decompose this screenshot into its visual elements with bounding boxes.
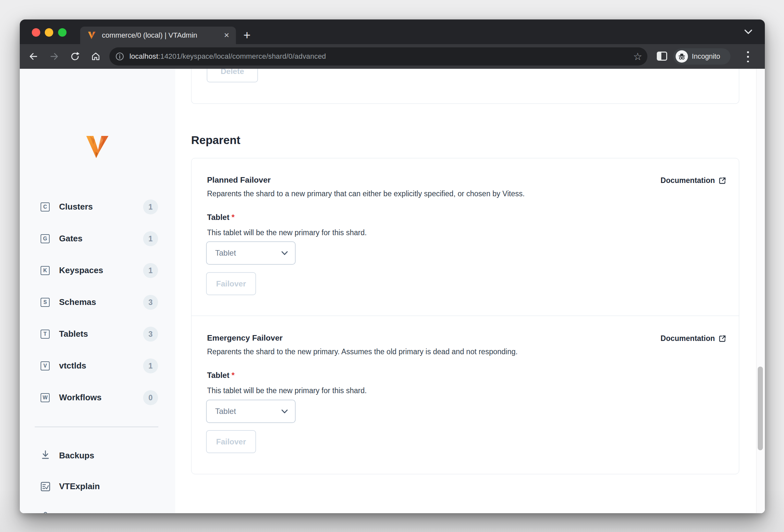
- chevron-down-icon: [281, 409, 288, 414]
- browser-tab[interactable]: commerce/0 (local) | VTAdmin ✕: [80, 27, 236, 44]
- tab-strip: commerce/0 (local) | VTAdmin ✕ +: [20, 20, 765, 44]
- documentation-link[interactable]: Documentation: [661, 334, 727, 343]
- documentation-label: Documentation: [661, 334, 715, 343]
- topology-icon: [40, 511, 51, 513]
- count-badge: 1: [143, 358, 158, 373]
- close-window-button[interactable]: [32, 28, 40, 37]
- sidebar-item-label: Clusters: [59, 202, 93, 212]
- section-title: Emergency Failover: [207, 333, 283, 343]
- tablet-field-label: Tablet *: [207, 371, 234, 380]
- sidebar-item-topology[interactable]: Topology: [20, 506, 175, 513]
- browser-menu-button[interactable]: [747, 51, 749, 62]
- sidebar-divider: [35, 426, 158, 427]
- sidebar-item-label: Schemas: [59, 297, 96, 307]
- reload-button[interactable]: [70, 51, 80, 62]
- sidebar-item-schemas[interactable]: S Schemas 3: [20, 291, 175, 314]
- sidebar-item-backups[interactable]: Backups: [20, 444, 175, 468]
- tablet-select[interactable]: Tablet: [206, 400, 296, 423]
- sidebar-item-vtctlds[interactable]: V vtctlds 1: [20, 354, 175, 378]
- page-content: C Clusters 1 G Gates 1 K Keyspaces 1 S S…: [20, 69, 765, 513]
- desktop: commerce/0 (local) | VTAdmin ✕ +: [0, 0, 784, 532]
- count-badge: 1: [143, 263, 158, 278]
- tablet-field-description: This tablet will be the new primary for …: [207, 228, 367, 237]
- sidebar-item-clusters[interactable]: C Clusters 1: [20, 195, 175, 219]
- count-badge: 1: [143, 200, 158, 214]
- schemas-letter-icon: S: [40, 298, 50, 307]
- gates-letter-icon: G: [40, 234, 50, 243]
- forward-button[interactable]: [49, 51, 59, 62]
- required-asterisk: *: [232, 213, 234, 221]
- incognito-badge: Incognito: [673, 48, 730, 64]
- url-host: localhost: [130, 52, 158, 60]
- back-button[interactable]: [28, 51, 38, 62]
- tablet-field-description: This tablet will be the new primary for …: [207, 386, 367, 395]
- delete-shard-card: Delete: [191, 69, 739, 104]
- vitess-logo[interactable]: [83, 134, 112, 159]
- sidebar-item-vtexplain[interactable]: VTExplain: [20, 475, 175, 498]
- bookmark-star-icon[interactable]: ☆: [633, 52, 642, 62]
- sidebar-item-keyspaces[interactable]: K Keyspaces 1: [20, 259, 175, 282]
- count-badge: 3: [143, 295, 158, 310]
- documentation-link[interactable]: Documentation: [661, 176, 727, 185]
- workflows-letter-icon: W: [40, 393, 50, 402]
- sidebar-item-label: Tablets: [59, 329, 88, 339]
- browser-window: commerce/0 (local) | VTAdmin ✕ +: [20, 20, 765, 513]
- sidebar-item-label: vtctlds: [59, 361, 86, 371]
- failover-button[interactable]: Failover: [206, 430, 256, 453]
- sidebar: C Clusters 1 G Gates 1 K Keyspaces 1 S S…: [20, 69, 175, 513]
- failover-button[interactable]: Failover: [206, 272, 256, 295]
- sidebar-item-label: Topology: [59, 512, 96, 513]
- tablet-select[interactable]: Tablet: [206, 241, 296, 265]
- home-button[interactable]: [90, 51, 101, 62]
- delete-button[interactable]: Delete: [207, 69, 258, 82]
- tablet-select-value: Tablet: [215, 407, 236, 416]
- minimize-window-button[interactable]: [45, 28, 53, 37]
- external-link-icon: [718, 334, 727, 343]
- reparent-heading: Reparent: [191, 134, 241, 147]
- side-panel-button[interactable]: [657, 52, 667, 61]
- count-badge: 3: [143, 327, 158, 342]
- section-description: Reparents the shard to the new primary. …: [207, 348, 517, 356]
- section-divider: [192, 316, 739, 316]
- sidebar-item-tablets[interactable]: T Tablets 3: [20, 322, 175, 346]
- download-icon: [40, 450, 51, 462]
- zoom-window-button[interactable]: [58, 28, 66, 37]
- address-bar[interactable]: localhost:14201/keyspace/local/commerce/…: [109, 47, 647, 65]
- tablets-letter-icon: T: [40, 330, 50, 339]
- tablet-select-value: Tablet: [215, 248, 236, 258]
- scrollbar-track[interactable]: [756, 69, 765, 513]
- reparent-card: Planned Failover Documentation Reparents…: [191, 158, 739, 474]
- scrollbar-thumb[interactable]: [758, 366, 763, 450]
- incognito-label: Incognito: [692, 53, 720, 61]
- sidebar-item-label: Workflows: [59, 392, 102, 403]
- count-badge: 0: [143, 390, 158, 405]
- chevron-down-icon: [281, 251, 288, 255]
- url-text: localhost:14201/keyspace/local/commerce/…: [130, 52, 326, 61]
- close-tab-icon[interactable]: ✕: [224, 31, 229, 39]
- documentation-label: Documentation: [661, 176, 715, 185]
- sidebar-item-label: VTExplain: [59, 481, 100, 492]
- sidebar-item-label: Keyspaces: [59, 265, 103, 275]
- sidebar-item-gates[interactable]: G Gates 1: [20, 227, 175, 250]
- vtexplain-icon: [40, 480, 51, 493]
- sidebar-item-workflows[interactable]: W Workflows 0: [20, 386, 175, 409]
- field-label-text: Tablet: [207, 371, 229, 380]
- new-tab-button[interactable]: +: [241, 29, 253, 41]
- sidebar-item-label: Gates: [59, 234, 82, 244]
- section-description: Reparents the shard to a new primary tha…: [207, 189, 525, 198]
- browser-toolbar: localhost:14201/keyspace/local/commerce/…: [20, 44, 765, 69]
- sidebar-item-label: Backups: [59, 450, 94, 461]
- incognito-icon: [676, 50, 688, 63]
- count-badge: 1: [143, 231, 158, 246]
- tab-title: commerce/0 (local) | VTAdmin: [102, 31, 197, 39]
- vtctlds-letter-icon: V: [40, 361, 50, 371]
- field-label-text: Tablet: [207, 213, 229, 221]
- site-info-icon[interactable]: [115, 52, 124, 61]
- tab-search-chevron-icon[interactable]: [744, 29, 753, 35]
- tablet-field-label: Tablet *: [207, 213, 234, 222]
- keyspaces-letter-icon: K: [40, 266, 50, 275]
- vitess-favicon-icon: [87, 31, 96, 39]
- url-path: :14201/keyspace/local/commerce/shard/0/a…: [158, 52, 326, 60]
- required-asterisk: *: [232, 371, 234, 380]
- clusters-letter-icon: C: [40, 202, 50, 211]
